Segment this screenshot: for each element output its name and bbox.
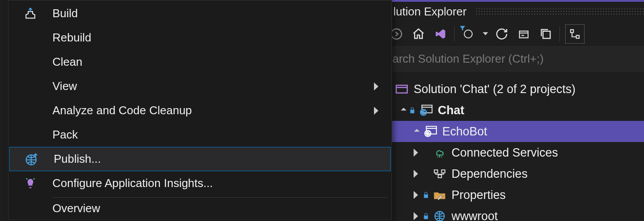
tree-label: EchoBot bbox=[442, 125, 487, 139]
chevron-right-icon bbox=[374, 107, 378, 115]
menu-label: Build bbox=[52, 7, 378, 20]
menu-divider bbox=[52, 197, 387, 198]
svg-rect-6 bbox=[570, 30, 574, 33]
tree-label: Chat bbox=[438, 104, 464, 117]
menu-overview[interactable]: Overview bbox=[8, 199, 392, 217]
svg-rect-19 bbox=[434, 170, 438, 173]
menu-app-insights[interactable]: Configure Application Insights... bbox=[8, 171, 392, 195]
chevron-down-icon[interactable] bbox=[401, 108, 407, 113]
show-all-icon[interactable] bbox=[537, 26, 554, 42]
tree-label: Connected Services bbox=[452, 146, 558, 160]
tree-node-wwwroot[interactable]: wwwroot bbox=[384, 206, 644, 221]
tree-node-echobot[interactable]: EchoBot bbox=[384, 121, 644, 142]
menu-label: Analyze and Code Cleanup bbox=[52, 104, 374, 117]
menu-clean[interactable]: Clean bbox=[8, 50, 392, 74]
chevron-right-icon[interactable] bbox=[414, 191, 418, 199]
tree-node-properties[interactable]: Properties bbox=[384, 184, 644, 206]
toolbar-separator bbox=[454, 26, 455, 41]
solution-icon bbox=[394, 82, 409, 96]
svg-rect-21 bbox=[438, 175, 442, 178]
tree-label: wwwroot bbox=[452, 210, 498, 221]
globe-window-icon bbox=[418, 104, 433, 117]
svg-rect-5 bbox=[543, 31, 550, 38]
solution-tree: Solution 'Chat' (2 of 2 projects) Chat E… bbox=[384, 71, 644, 221]
menu-label: Clean bbox=[52, 55, 378, 69]
menu-build[interactable]: Build bbox=[8, 1, 392, 26]
menu-label: Publish... bbox=[54, 152, 377, 166]
menu-label: Overview bbox=[52, 202, 378, 215]
dependency-icon bbox=[432, 167, 447, 180]
filter-icon[interactable] bbox=[460, 26, 477, 42]
chevron-right-icon[interactable] bbox=[414, 149, 418, 157]
svg-point-0 bbox=[391, 29, 401, 39]
panel-title-bar: lution Explorer bbox=[384, 0, 644, 21]
dropdown-icon[interactable] bbox=[483, 32, 488, 35]
home-icon[interactable] bbox=[410, 26, 427, 42]
tree-node-dependencies[interactable]: Dependencies bbox=[384, 163, 644, 184]
collapse-icon[interactable] bbox=[515, 26, 532, 42]
menu-label: View bbox=[52, 79, 374, 93]
menu-analyze[interactable]: Analyze and Code Cleanup bbox=[8, 98, 392, 123]
vs-icon[interactable] bbox=[432, 26, 449, 42]
globe-icon bbox=[432, 210, 447, 221]
svg-rect-8 bbox=[396, 85, 407, 93]
svg-rect-7 bbox=[576, 35, 579, 38]
wrench-folder-icon bbox=[432, 188, 447, 202]
panel-title: lution Explorer bbox=[393, 5, 466, 19]
toolbar-separator bbox=[559, 26, 560, 41]
lock-icon bbox=[422, 213, 430, 220]
menu-label: Pack bbox=[52, 128, 378, 142]
menu-pack[interactable]: Pack bbox=[8, 123, 392, 147]
tree-label: Dependencies bbox=[452, 167, 528, 181]
tree-solution-node[interactable]: Solution 'Chat' (2 of 2 projects) bbox=[384, 79, 644, 100]
tree-node-chat[interactable]: Chat bbox=[384, 100, 644, 121]
chevron-right-icon[interactable] bbox=[414, 212, 418, 220]
globe-window-icon bbox=[423, 125, 438, 138]
tree-label: Properties bbox=[452, 188, 506, 202]
lock-icon bbox=[408, 107, 417, 114]
chevron-down-icon[interactable] bbox=[414, 129, 420, 135]
tree-node-connected-services[interactable]: Connected Services bbox=[384, 142, 644, 163]
solution-explorer-toolbar bbox=[384, 21, 644, 47]
svg-rect-2 bbox=[519, 31, 528, 37]
menu-label: Configure Application Insights... bbox=[52, 176, 378, 190]
chevron-right-icon bbox=[374, 82, 378, 90]
lightbulb-icon bbox=[8, 177, 52, 190]
menu-view[interactable]: View bbox=[8, 74, 392, 98]
chevron-right-icon[interactable] bbox=[414, 170, 418, 178]
globe-up-icon bbox=[10, 153, 54, 166]
svg-rect-20 bbox=[441, 170, 445, 173]
lock-icon bbox=[422, 191, 430, 199]
menu-rebuild[interactable]: Rebuild bbox=[8, 26, 392, 50]
build-icon bbox=[8, 7, 52, 20]
search-input[interactable]: arch Solution Explorer (Ctrl+;) bbox=[384, 47, 644, 71]
panel-grip[interactable] bbox=[475, 7, 644, 15]
solution-explorer-panel: lution Explorer arc bbox=[383, 0, 644, 221]
cloud-service-icon bbox=[432, 146, 447, 159]
menu-label: Rebuild bbox=[52, 31, 378, 45]
project-context-menu: Build Rebuild Clean View Analyze and Cod… bbox=[8, 0, 392, 220]
search-placeholder: arch Solution Explorer (Ctrl+;) bbox=[392, 52, 544, 66]
menu-publish[interactable]: Publish... bbox=[9, 147, 391, 171]
tree-label: Solution 'Chat' (2 of 2 projects) bbox=[414, 82, 576, 96]
refresh-icon[interactable] bbox=[493, 26, 510, 42]
tree-view-toggle-icon[interactable] bbox=[565, 24, 585, 44]
